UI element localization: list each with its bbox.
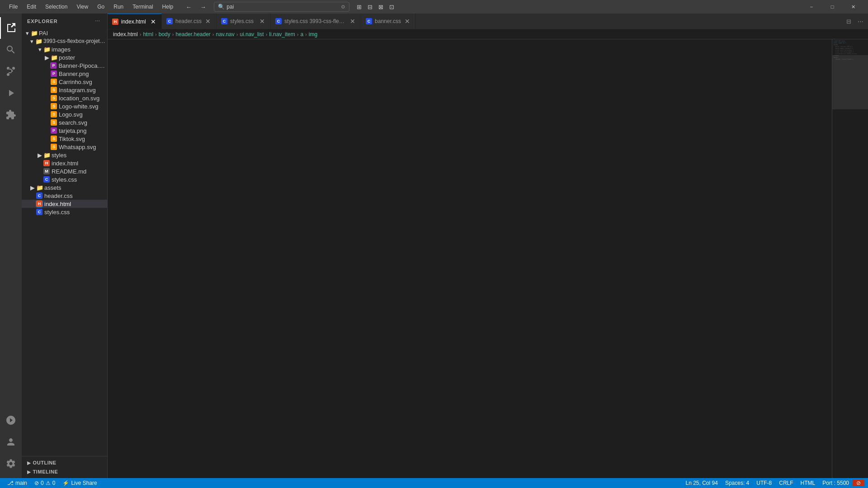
tree-item-instagram[interactable]: ▶ S Instagram.svg: [22, 86, 107, 94]
status-error-badge[interactable]: ⊘: [853, 480, 864, 486]
code-content[interactable]: [130, 39, 832, 478]
folder-icon-poster: 📁: [51, 54, 58, 61]
tree-item-index-html-inner[interactable]: ▶ H index.html: [22, 159, 107, 167]
tree-item-tarjeta[interactable]: ▶ P tarjeta.png: [22, 127, 107, 135]
tab-close-styles-long[interactable]: ✕: [349, 18, 356, 25]
code-area[interactable]: [108, 39, 832, 478]
close-button[interactable]: ✕: [843, 0, 863, 14]
back-button[interactable]: ←: [182, 2, 195, 12]
menu-run[interactable]: Run: [109, 2, 128, 12]
activity-accounts[interactable]: [0, 431, 22, 453]
menu-go[interactable]: Go: [93, 2, 109, 12]
activity-remote[interactable]: [0, 409, 22, 431]
tab-icon-css4: C: [366, 18, 372, 24]
tree-item-banner[interactable]: ▶ P Banner.png: [22, 70, 107, 78]
minimize-button[interactable]: −: [801, 0, 822, 14]
tree-item-readme[interactable]: ▶ M README.md: [22, 167, 107, 175]
editor[interactable]: [108, 39, 832, 478]
tab-bar: H index.html ✕ C header.css ✕ C styles.c…: [108, 14, 868, 29]
tab-index-html[interactable]: H index.html ✕: [108, 14, 162, 29]
bc-a[interactable]: a: [300, 31, 303, 38]
status-language[interactable]: HTML: [797, 480, 819, 486]
tab-close-styles-css[interactable]: ✕: [259, 18, 266, 25]
activity-settings[interactable]: [0, 453, 22, 474]
bc-li[interactable]: li.nav_item: [269, 31, 295, 38]
tab-label-banner-css: banner.css: [375, 18, 401, 24]
tab-styles-css[interactable]: C styles.css ✕: [217, 14, 271, 29]
more-tabs-btn[interactable]: ⋯: [855, 16, 865, 26]
tree-item-index-html-active[interactable]: ▶ H index.html: [22, 200, 107, 208]
tree-item-styles-css-root[interactable]: ▶ C styles.css: [22, 208, 107, 216]
tab-header-css[interactable]: C header.css ✕: [162, 14, 217, 29]
tree-item-3993[interactable]: ▾ 📁 3993-css-flexbox-projeto-base: [22, 37, 107, 45]
bc-body[interactable]: body: [159, 31, 170, 38]
layout-btn-4[interactable]: ⊡: [387, 2, 396, 12]
tree-item-poster[interactable]: ▶ 📁 poster: [22, 53, 107, 61]
folder-arrow-poster: ▶: [43, 54, 51, 61]
bc-index-html[interactable]: index.html: [113, 31, 138, 38]
status-errors[interactable]: ⊘ 0 ⚠ 0: [31, 480, 59, 486]
new-file-icon[interactable]: ⋯: [94, 17, 102, 25]
branch-name: main: [15, 480, 27, 486]
status-encoding[interactable]: UTF-8: [753, 480, 775, 486]
activity-run[interactable]: [0, 82, 22, 104]
tree-item-header-css[interactable]: ▶ C header.css: [22, 192, 107, 200]
spaces-label: Spaces: 4: [725, 480, 749, 486]
bc-nav[interactable]: nav.nav: [216, 31, 235, 38]
tree-item-logo[interactable]: ▶ S Logo.svg: [22, 110, 107, 118]
split-editor-btn[interactable]: ⊟: [844, 16, 854, 26]
status-live-share[interactable]: ⚡ Live Share: [59, 480, 100, 486]
layout-btn-2[interactable]: ⊟: [365, 2, 375, 12]
tree-item-assets[interactable]: ▶ 📁 assets: [22, 183, 107, 192]
tab-banner-css[interactable]: C banner.css ✕: [361, 14, 416, 29]
tab-styles-css-long[interactable]: C styles.css 3993-css-flexbox-projeto-ba…: [271, 14, 361, 29]
tree-label-styles: styles: [52, 152, 66, 159]
status-port[interactable]: Port : 5500: [819, 480, 853, 486]
tree-item-search[interactable]: ▶ S search.svg: [22, 118, 107, 127]
bc-html[interactable]: html: [143, 31, 153, 38]
tab-close-banner-css[interactable]: ✕: [404, 18, 411, 25]
tree-item-images[interactable]: ▾ 📁 images: [22, 45, 107, 53]
status-spaces[interactable]: Spaces: 4: [722, 480, 753, 486]
maximize-button[interactable]: □: [822, 0, 843, 14]
tab-label-styles-css: styles.css: [230, 18, 256, 24]
bc-header[interactable]: header.header: [175, 31, 210, 38]
tab-close-index[interactable]: ✕: [150, 18, 157, 25]
search-bar[interactable]: 🔍 ⚙: [214, 2, 349, 12]
tree-item-logo-white[interactable]: ▶ S Logo-white.svg: [22, 102, 107, 110]
bc-img[interactable]: img: [309, 31, 317, 38]
tree-item-styles-folder[interactable]: ▶ 📁 styles: [22, 151, 107, 159]
tree-item-carrinho[interactable]: ▶ S Carrinho.svg: [22, 78, 107, 86]
status-position[interactable]: Ln 25, Col 94: [682, 480, 722, 486]
tree-item-styles-css-inner[interactable]: ▶ C styles.css: [22, 175, 107, 183]
menu-selection[interactable]: Selection: [41, 2, 72, 12]
layout-btn-3[interactable]: ⊠: [376, 2, 386, 12]
sidebar-tree: ▾ 📁 PAI ▾ 📁 3993-css-flexbox-projeto-bas…: [22, 29, 107, 456]
status-branch[interactable]: ⎇ main: [4, 480, 31, 486]
status-line-ending[interactable]: CRLF: [775, 480, 797, 486]
bc-ul[interactable]: ui.nav_list: [240, 31, 264, 38]
layout-btn-1[interactable]: ⊞: [354, 2, 364, 12]
activity-extensions[interactable]: [0, 104, 22, 126]
tab-close-header-css[interactable]: ✕: [204, 18, 212, 25]
activity-explorer[interactable]: [0, 17, 22, 39]
tree-item-pai[interactable]: ▾ 📁 PAI: [22, 29, 107, 37]
menu-terminal[interactable]: Terminal: [128, 2, 157, 12]
tree-item-whatsapp[interactable]: ▶ S Whatsapp.svg: [22, 143, 107, 151]
forward-button[interactable]: →: [197, 2, 209, 12]
tree-label-index-html-active: index.html: [44, 201, 71, 207]
menu-view[interactable]: View: [72, 2, 93, 12]
tree-item-location[interactable]: ▶ S location_on.svg: [22, 94, 107, 102]
tree-item-tiktok[interactable]: ▶ S Tiktok.svg: [22, 135, 107, 143]
activity-source-control[interactable]: [0, 61, 22, 82]
activity-search[interactable]: [0, 39, 22, 61]
menu-help[interactable]: Help: [158, 2, 178, 12]
timeline-label: TIMELINE: [33, 469, 58, 474]
menu-edit[interactable]: Edit: [22, 2, 41, 12]
timeline-header[interactable]: ▶ TIMELINE: [22, 467, 107, 476]
file-icon-svg6: S: [51, 119, 57, 126]
outline-header[interactable]: ▶ OUTLINE: [22, 458, 107, 467]
search-input[interactable]: [226, 4, 339, 10]
tree-item-banner-pipoca[interactable]: ▶ P Banner-Pipoca.png: [22, 61, 107, 70]
menu-file[interactable]: File: [5, 2, 22, 12]
